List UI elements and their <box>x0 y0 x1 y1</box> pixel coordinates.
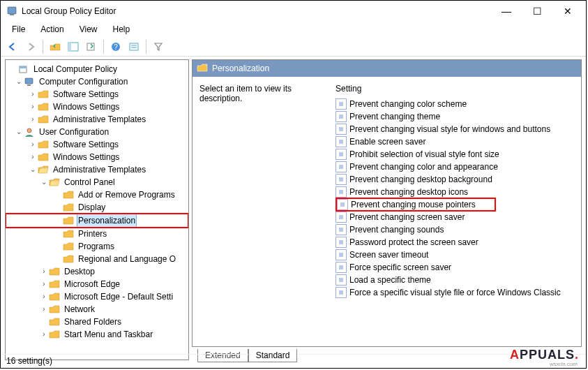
description-column: Select an item to view its description. <box>199 84 336 345</box>
tree-microsoft-edge-default[interactable]: ›Microsoft Edge - Default Setti <box>6 290 188 303</box>
setting-label: Screen saver timeout <box>349 250 428 260</box>
menu-help[interactable]: Help <box>106 23 137 36</box>
setting-item[interactable]: Prevent changing desktop background <box>336 173 574 186</box>
show-hide-tree-button[interactable] <box>66 39 81 54</box>
policy-setting-icon <box>336 161 347 172</box>
setting-item[interactable]: Prevent changing theme <box>336 110 574 123</box>
setting-item[interactable]: Prevent changing color and appearance <box>336 161 574 173</box>
folder-icon <box>38 152 49 162</box>
setting-label: Force specific screen saver <box>349 262 451 272</box>
tree-personalization[interactable]: ›Personalization <box>6 214 188 228</box>
setting-item[interactable]: Prevent changing screen saver <box>336 211 574 223</box>
setting-label: Password protect the screen saver <box>349 237 478 247</box>
policy-setting-icon <box>336 111 347 122</box>
tree-cc-software-settings[interactable]: ›Software Settings <box>6 88 188 101</box>
setting-column-header[interactable]: Setting <box>336 84 574 98</box>
tree-shared-folders[interactable]: ›Shared Folders <box>6 316 188 328</box>
folder-icon <box>49 292 60 302</box>
tree-printers[interactable]: ›Printers <box>6 228 188 240</box>
setting-label: Prevent changing color scheme <box>349 99 467 109</box>
tree-uc-admin-templates[interactable]: ⌄Administrative Templates <box>6 163 188 176</box>
filter-button[interactable] <box>151 39 166 54</box>
policy-setting-icon <box>336 136 347 147</box>
back-button[interactable] <box>5 39 20 54</box>
tab-standard[interactable]: Standard <box>248 349 298 362</box>
folder-icon <box>49 279 60 289</box>
setting-item[interactable]: Screen saver timeout <box>336 249 574 261</box>
setting-item[interactable]: Force a specific visual style file or fo… <box>336 286 574 299</box>
setting-item[interactable]: Force specific screen saver <box>336 261 574 274</box>
menu-action[interactable]: Action <box>33 23 70 36</box>
svg-rect-12 <box>25 78 33 84</box>
setting-item[interactable]: Load a specific theme <box>336 274 574 286</box>
minimize-button[interactable]: — <box>491 1 522 22</box>
tree-uc-windows-settings[interactable]: ›Windows Settings <box>6 151 188 163</box>
watermark-logo: APPUALS. <box>510 348 579 362</box>
setting-item[interactable]: Prevent changing desktop icons <box>336 186 574 198</box>
policy-setting-icon <box>336 124 347 135</box>
policy-setting-icon <box>337 199 348 210</box>
policy-setting-icon <box>336 262 347 273</box>
tree-computer-configuration[interactable]: ⌄Computer Configuration <box>6 75 188 88</box>
policy-setting-icon <box>336 249 347 260</box>
up-folder-button[interactable] <box>47 39 63 54</box>
menu-view[interactable]: View <box>73 23 105 36</box>
setting-label: Prevent changing desktop icons <box>349 187 468 197</box>
tree-network[interactable]: ›Network <box>6 303 188 316</box>
policy-setting-icon <box>336 274 347 286</box>
setting-label: Prohibit selection of visual style font … <box>349 149 499 159</box>
tree-regional-language[interactable]: ›Regional and Language O <box>6 253 188 265</box>
setting-item[interactable]: Prevent changing visual style for window… <box>336 123 574 135</box>
settings-column: Setting Prevent changing color schemePre… <box>336 84 574 345</box>
help-button[interactable]: ? <box>108 39 123 54</box>
computer-icon <box>24 77 35 87</box>
properties-button[interactable] <box>126 39 142 54</box>
forward-button[interactable] <box>23 39 38 54</box>
setting-item[interactable]: Prohibit selection of visual style font … <box>336 148 574 161</box>
setting-item[interactable]: Enable screen saver <box>336 135 574 148</box>
tree-cc-admin-templates[interactable]: ›Administrative Templates <box>6 113 188 126</box>
folder-icon <box>63 229 74 239</box>
policy-setting-icon <box>336 186 347 198</box>
setting-item[interactable]: Password protect the screen saver <box>336 236 574 249</box>
tree-pane[interactable]: ▶Local Computer Policy ⌄Computer Configu… <box>5 59 189 360</box>
details-title: Personalization <box>212 64 269 73</box>
tree-cc-windows-settings[interactable]: ›Windows Settings <box>6 101 188 113</box>
tree-user-configuration[interactable]: ⌄User Configuration <box>6 126 188 138</box>
menu-file[interactable]: File <box>5 23 32 36</box>
setting-label: Prevent changing sounds <box>349 225 444 235</box>
folder-icon <box>49 317 60 327</box>
setting-item[interactable]: Prevent changing mouse pointers <box>336 198 496 212</box>
policy-setting-icon <box>336 237 347 248</box>
setting-label: Prevent changing desktop background <box>349 175 492 184</box>
watermark-sub: wsxdn.com <box>550 361 578 367</box>
svg-rect-7 <box>130 43 138 50</box>
tree-add-remove-programs[interactable]: ›Add or Remove Programs <box>6 188 188 201</box>
tree-display[interactable]: ›Display <box>6 201 188 214</box>
maximize-button[interactable]: ☐ <box>522 1 552 22</box>
folder-icon <box>63 254 74 264</box>
tree-microsoft-edge[interactable]: ›Microsoft Edge <box>6 278 188 290</box>
tree-start-menu-taskbar[interactable]: ›Start Menu and Taskbar <box>6 328 188 341</box>
details-header: Personalization <box>193 60 581 77</box>
folder-icon <box>63 216 74 225</box>
export-button[interactable] <box>84 39 99 54</box>
tree-programs[interactable]: ›Programs <box>6 240 188 253</box>
tree-root[interactable]: ▶Local Computer Policy <box>6 63 188 75</box>
tree-control-panel[interactable]: ⌄Control Panel <box>6 176 188 188</box>
svg-rect-13 <box>27 84 31 86</box>
tree-uc-software-settings[interactable]: ›Software Settings <box>6 138 188 151</box>
tree-desktop[interactable]: ›Desktop <box>6 265 188 278</box>
status-text: 16 setting(s) <box>6 356 52 366</box>
close-button[interactable]: ✕ <box>552 1 583 22</box>
svg-rect-0 <box>8 7 16 14</box>
policy-setting-icon <box>336 224 347 235</box>
setting-label: Prevent changing mouse pointers <box>351 200 476 209</box>
setting-item[interactable]: Prevent changing color scheme <box>336 98 574 110</box>
description-text: Select an item to view its description. <box>199 84 329 103</box>
svg-rect-3 <box>68 43 71 51</box>
folder-icon <box>49 267 60 276</box>
setting-label: Prevent changing color and appearance <box>349 162 498 172</box>
app-icon <box>6 6 17 17</box>
setting-item[interactable]: Prevent changing sounds <box>336 223 574 236</box>
